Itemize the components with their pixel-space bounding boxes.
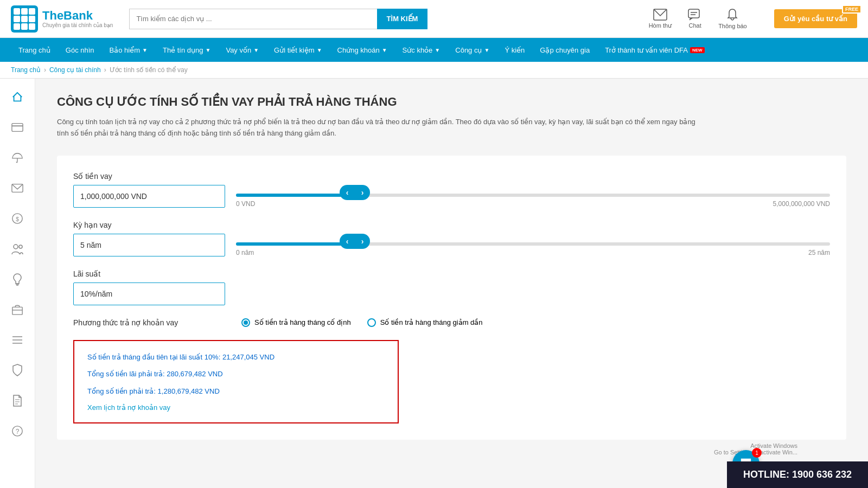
bell-icon-item[interactable]: Thông báo	[718, 8, 747, 29]
loan-term-label: Kỳ hạn vay	[73, 221, 830, 229]
loan-term-slider-wrapper: ‹ › 0 năm 25 năm	[236, 234, 830, 256]
loan-term-decrease-btn[interactable]: ‹	[340, 234, 355, 249]
svg-rect-11	[688, 9, 699, 18]
svg-rect-5	[21, 16, 28, 22]
loan-amount-min: 0 VND	[236, 200, 255, 208]
svg-rect-14	[12, 124, 23, 132]
breadcrumb-home[interactable]: Trang chủ	[11, 66, 41, 74]
loan-term-row: ‹ › 0 năm 25 năm	[73, 234, 830, 256]
payment-radio-group: Số tiền trả hàng tháng cố định Số tiền t…	[241, 318, 483, 327]
svg-rect-3	[29, 8, 35, 15]
svg-rect-2	[21, 8, 28, 15]
sidebar-shield[interactable]	[4, 357, 31, 384]
loan-amount-max: 5,000,000,000 VND	[773, 200, 830, 208]
radio-decreasing[interactable]: Số tiền trả hàng tháng giảm dần	[367, 318, 483, 327]
result-line-1: Số tiền trả tháng đầu tiên tại lãi suất …	[87, 352, 385, 363]
nav-gui-tiet-kiem[interactable]: Gửi tiết kiệm▼	[266, 38, 329, 62]
search-button[interactable]: TÌM KIẾM	[377, 9, 428, 29]
consult-button[interactable]: Gửi yêu cầu tư vấn FREE	[774, 9, 857, 28]
loan-amount-decrease-btn[interactable]: ‹	[340, 185, 355, 200]
logo-brand: TheBank	[42, 9, 113, 22]
nav-suc-khoe[interactable]: Sức khỏe▼	[395, 38, 448, 62]
nav-dfa[interactable]: Trở thành tư vấn viên DFANEW	[597, 38, 712, 62]
svg-rect-4	[14, 16, 20, 22]
loan-term-track	[236, 242, 830, 246]
list-icon	[11, 335, 23, 345]
loan-term-labels: 0 năm 25 năm	[236, 249, 830, 256]
loan-amount-input[interactable]	[73, 185, 225, 208]
nav-cong-cu[interactable]: Công cụ▼	[448, 38, 497, 62]
sidebar-home[interactable]	[4, 84, 31, 111]
sidebar-box[interactable]	[4, 297, 31, 324]
sidebar: $ ?	[0, 79, 35, 488]
loan-amount-track	[236, 194, 830, 197]
nav-trang-chu[interactable]: Trang chủ	[11, 38, 58, 62]
chat-icon	[688, 9, 702, 21]
question-icon: ?	[11, 425, 23, 437]
loan-term-input[interactable]	[73, 234, 225, 256]
search-input[interactable]	[129, 9, 376, 29]
svg-text:?: ?	[16, 428, 20, 435]
chat-icon-item[interactable]: Chat	[688, 9, 702, 29]
sidebar-umbrella[interactable]	[4, 145, 31, 172]
radio-fixed[interactable]: Số tiền trả hàng tháng cố định	[241, 318, 351, 327]
email-label: Hòm thư	[649, 22, 672, 29]
loan-term-increase-btn[interactable]: ›	[355, 234, 370, 249]
umbrella-icon	[11, 152, 23, 164]
logo-area[interactable]: TheBank Chuyên gia tài chính của bạn	[11, 5, 113, 33]
sidebar-card[interactable]	[4, 114, 31, 142]
radio-decreasing-label: Số tiền trả hàng tháng giảm dần	[380, 318, 483, 326]
envelope-icon	[11, 183, 23, 193]
interest-input[interactable]	[73, 282, 225, 305]
loan-term-max: 25 năm	[808, 249, 830, 256]
sidebar-question[interactable]: ?	[4, 418, 31, 445]
hotline-text: HOTLINE: 1900 636 232	[743, 469, 852, 480]
loan-amount-label: Số tiền vay	[73, 172, 830, 181]
payment-method-row: Phương thức trả nợ khoản vay Số tiền trả…	[73, 318, 830, 327]
radio-fixed-circle	[241, 318, 250, 327]
logo-sub: Chuyên gia tài chính của bạn	[42, 22, 113, 28]
svg-point-21	[19, 245, 22, 248]
sidebar-bulb[interactable]	[4, 266, 31, 293]
doc-icon	[12, 395, 22, 407]
bulb-icon	[12, 273, 22, 286]
box-icon	[11, 304, 23, 316]
hotline-bar: HOTLINE: 1900 636 232	[727, 461, 868, 488]
sidebar-doc[interactable]	[4, 388, 31, 415]
sidebar-list[interactable]	[4, 327, 31, 354]
svg-rect-8	[21, 23, 28, 30]
result-box: Số tiền trả tháng đầu tiên tại lãi suất …	[73, 340, 399, 424]
nav-chung-khoan[interactable]: Chứng khoán▼	[330, 38, 395, 62]
sidebar-users[interactable]	[4, 236, 31, 263]
search-area: TÌM KIẾM	[129, 9, 427, 29]
card-icon	[11, 123, 23, 132]
page-description: Công cụ tính toán lịch trả nợ vay cho cả…	[57, 117, 708, 139]
loan-amount-labels: 0 VND 5,000,000,000 VND	[236, 200, 830, 208]
radio-fixed-label: Số tiền trả hàng tháng cố định	[254, 318, 351, 326]
nav-bao-hiem[interactable]: Bảo hiểm▼	[102, 38, 155, 62]
svg-point-20	[14, 245, 18, 249]
nav-y-kien[interactable]: Ý kiến	[497, 38, 532, 62]
result-value-3: 1,280,679,482 VND	[158, 387, 220, 395]
email-icon-item[interactable]: Hòm thư	[649, 9, 672, 29]
sidebar-money[interactable]: $	[4, 206, 31, 233]
nav-vay-von[interactable]: Vay vốn▼	[218, 38, 266, 62]
email-icon	[653, 9, 667, 21]
page-title: CÔNG CỤ ƯỚC TÍNH SỐ TIỀN VAY PHẢI TRẢ HÀ…	[57, 95, 846, 109]
view-schedule-link[interactable]: Xem lịch trả nợ khoản vay	[87, 403, 170, 412]
nav-gap-chuyen-gia[interactable]: Gặp chuyên gia	[532, 38, 597, 62]
content-area: CÔNG CỤ ƯỚC TÍNH SỐ TIỀN VAY PHẢI TRẢ HÀ…	[35, 79, 868, 488]
loan-amount-increase-btn[interactable]: ›	[355, 185, 370, 200]
loan-amount-slider-wrapper: ‹ › 0 VND 5,000,000,000 VND	[236, 185, 830, 208]
users-icon	[11, 243, 24, 254]
nav-the-tin-dung[interactable]: Thẻ tín dụng▼	[155, 38, 218, 62]
svg-rect-9	[29, 23, 35, 30]
result-line-3: Tổng số tiền phải trả: 1,280,679,482 VND	[87, 386, 385, 397]
result-line-2: Tổng số tiền lãi phải trả: 280,679,482 V…	[87, 369, 385, 380]
nav-goc-nhin[interactable]: Góc nhìn	[58, 38, 102, 62]
sidebar-envelope[interactable]	[4, 175, 31, 202]
logo-text: TheBank Chuyên gia tài chính của bạn	[42, 9, 113, 28]
breadcrumb-cong-cu[interactable]: Công cụ tài chính	[49, 66, 101, 74]
top-header: TheBank Chuyên gia tài chính của bạn TÌM…	[0, 0, 868, 38]
bell-label: Thông báo	[718, 23, 747, 29]
